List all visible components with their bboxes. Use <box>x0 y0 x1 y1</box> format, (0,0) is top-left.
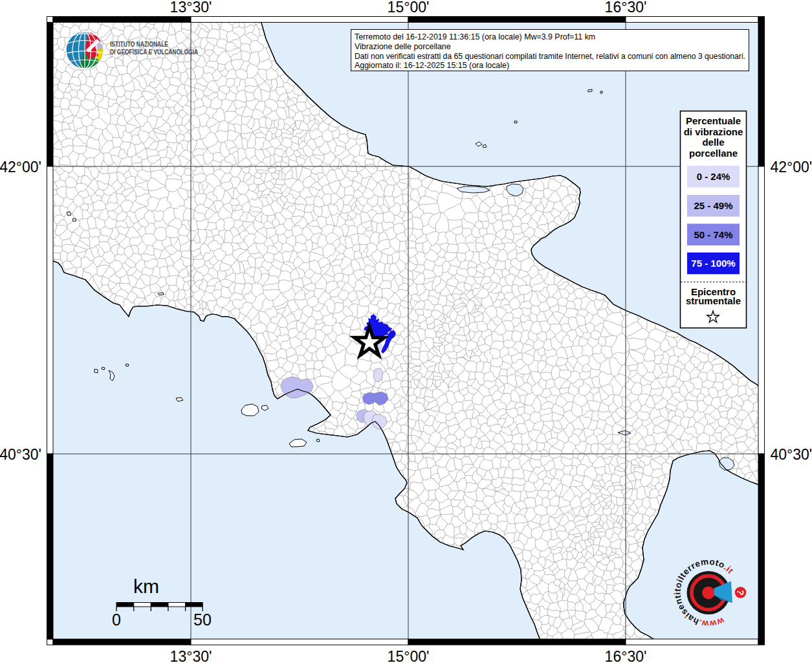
svg-text:50 - 74%: 50 - 74% <box>694 229 732 240</box>
svg-text:km: km <box>133 576 159 597</box>
svg-text:16°30': 16°30' <box>605 0 647 16</box>
svg-text:0 - 24%: 0 - 24% <box>697 171 730 182</box>
svg-text:75 - 100%: 75 - 100% <box>691 258 735 269</box>
svg-text:13°30': 13°30' <box>170 648 212 663</box>
svg-text:Percentuale: Percentuale <box>686 115 741 126</box>
svg-text:di vibrazione: di vibrazione <box>684 126 743 137</box>
svg-text:42°00': 42°00' <box>771 159 812 175</box>
svg-text:15°00': 15°00' <box>388 648 430 663</box>
svg-text:Terremoto del 16-12-2019 11:36: Terremoto del 16-12-2019 11:36:15 (ora l… <box>355 32 595 41</box>
svg-text:16°30': 16°30' <box>605 648 647 663</box>
svg-text:0: 0 <box>112 611 121 629</box>
svg-text:DI GEOFISICA E VULCANOLOGIA: DI GEOFISICA E VULCANOLOGIA <box>110 48 198 56</box>
svg-text:40°30': 40°30' <box>0 446 41 463</box>
svg-text:Aggiornato il: 16-12-2025 15:1: Aggiornato il: 16-12-2025 15:15 (ora loc… <box>355 61 509 70</box>
svg-text:porcellane: porcellane <box>689 148 738 159</box>
svg-text:strumentale: strumentale <box>686 295 741 306</box>
svg-text:Vibrazione delle porcellane: Vibrazione delle porcellane <box>355 42 451 51</box>
svg-text:delle: delle <box>702 137 724 148</box>
svg-text:Dati non verificati estratti d: Dati non verificati estratti da 65 quest… <box>355 52 745 61</box>
svg-text:13°30': 13°30' <box>170 0 212 16</box>
svg-text:50: 50 <box>193 611 212 629</box>
svg-text:25 - 49%: 25 - 49% <box>694 200 732 211</box>
svg-text:40°30': 40°30' <box>771 446 812 463</box>
svg-text:42°00': 42°00' <box>0 159 41 175</box>
svg-text:15°00': 15°00' <box>388 0 430 16</box>
svg-text:ISTITUTO NAZIONALE: ISTITUTO NAZIONALE <box>110 40 168 48</box>
